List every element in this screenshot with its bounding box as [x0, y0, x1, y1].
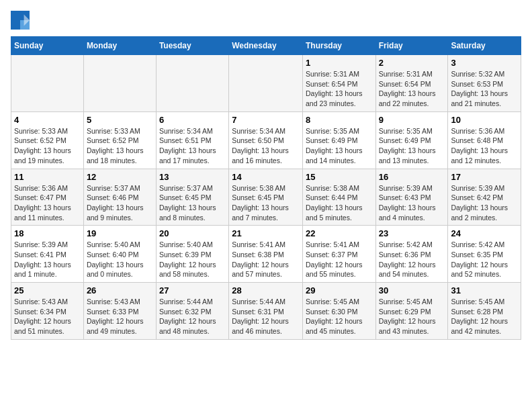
calendar-cell: 26Sunrise: 5:43 AMSunset: 6:33 PMDayligh… [83, 283, 156, 340]
day-number: 26 [87, 285, 153, 295]
page-header [11, 11, 521, 30]
day-number: 30 [379, 285, 445, 295]
calendar-cell: 8Sunrise: 5:35 AMSunset: 6:49 PMDaylight… [302, 111, 375, 169]
day-info: Sunrise: 5:33 AMSunset: 6:52 PMDaylight:… [14, 126, 81, 166]
day-info: Sunrise: 5:34 AMSunset: 6:51 PMDaylight:… [159, 126, 226, 166]
day-number: 20 [159, 228, 226, 238]
calendar-cell [156, 55, 228, 112]
day-info: Sunrise: 5:39 AMSunset: 6:42 PMDaylight:… [451, 183, 518, 223]
day-number: 4 [14, 115, 81, 125]
day-number: 15 [306, 172, 373, 182]
day-info: Sunrise: 5:37 AMSunset: 6:46 PMDaylight:… [87, 183, 153, 223]
calendar-cell [11, 55, 84, 112]
day-number: 5 [87, 115, 153, 125]
calendar-cell [83, 55, 156, 112]
day-info: Sunrise: 5:43 AMSunset: 6:33 PMDaylight:… [87, 297, 153, 336]
calendar-cell: 24Sunrise: 5:42 AMSunset: 6:35 PMDayligh… [448, 226, 521, 283]
day-info: Sunrise: 5:45 AMSunset: 6:28 PMDaylight:… [451, 297, 518, 336]
day-header-wednesday: Wednesday [229, 37, 303, 55]
day-info: Sunrise: 5:31 AMSunset: 6:54 PMDaylight:… [379, 69, 445, 109]
day-info: Sunrise: 5:43 AMSunset: 6:34 PMDaylight:… [14, 297, 81, 336]
calendar-cell: 4Sunrise: 5:33 AMSunset: 6:52 PMDaylight… [11, 111, 84, 169]
day-info: Sunrise: 5:35 AMSunset: 6:49 PMDaylight:… [306, 126, 373, 166]
day-info: Sunrise: 5:33 AMSunset: 6:52 PMDaylight:… [87, 126, 153, 166]
day-header-friday: Friday [375, 37, 448, 55]
calendar-cell: 10Sunrise: 5:36 AMSunset: 6:48 PMDayligh… [448, 111, 521, 169]
day-number: 22 [306, 228, 373, 238]
day-info: Sunrise: 5:31 AMSunset: 6:54 PMDaylight:… [306, 69, 373, 109]
calendar-cell: 14Sunrise: 5:38 AMSunset: 6:45 PMDayligh… [229, 169, 303, 226]
day-info: Sunrise: 5:38 AMSunset: 6:45 PMDaylight:… [232, 183, 300, 223]
day-number: 17 [451, 172, 518, 182]
calendar-cell: 22Sunrise: 5:41 AMSunset: 6:37 PMDayligh… [302, 226, 375, 283]
day-number: 27 [159, 285, 226, 295]
day-info: Sunrise: 5:39 AMSunset: 6:43 PMDaylight:… [379, 183, 445, 223]
calendar-cell: 20Sunrise: 5:40 AMSunset: 6:39 PMDayligh… [156, 226, 228, 283]
calendar-cell: 5Sunrise: 5:33 AMSunset: 6:52 PMDaylight… [83, 111, 156, 169]
day-info: Sunrise: 5:41 AMSunset: 6:38 PMDaylight:… [232, 240, 300, 279]
week-row-4: 18Sunrise: 5:39 AMSunset: 6:41 PMDayligh… [11, 226, 521, 283]
day-number: 13 [159, 172, 226, 182]
calendar-cell: 2Sunrise: 5:31 AMSunset: 6:54 PMDaylight… [375, 55, 448, 112]
day-header-monday: Monday [83, 37, 156, 55]
day-number: 8 [306, 115, 373, 125]
week-row-1: 1Sunrise: 5:31 AMSunset: 6:54 PMDaylight… [11, 55, 521, 112]
day-info: Sunrise: 5:45 AMSunset: 6:30 PMDaylight:… [306, 297, 373, 336]
calendar-cell: 28Sunrise: 5:44 AMSunset: 6:31 PMDayligh… [229, 283, 303, 340]
day-info: Sunrise: 5:44 AMSunset: 6:31 PMDaylight:… [232, 297, 300, 336]
calendar-cell: 15Sunrise: 5:38 AMSunset: 6:44 PMDayligh… [302, 169, 375, 226]
calendar-cell: 7Sunrise: 5:34 AMSunset: 6:50 PMDaylight… [229, 111, 303, 169]
calendar-cell: 21Sunrise: 5:41 AMSunset: 6:38 PMDayligh… [229, 226, 303, 283]
day-number: 1 [306, 58, 373, 68]
calendar-cell: 29Sunrise: 5:45 AMSunset: 6:30 PMDayligh… [302, 283, 375, 340]
day-info: Sunrise: 5:32 AMSunset: 6:53 PMDaylight:… [451, 69, 518, 109]
svg-rect-0 [11, 11, 20, 20]
day-number: 9 [379, 115, 445, 125]
day-info: Sunrise: 5:40 AMSunset: 6:39 PMDaylight:… [159, 240, 226, 279]
day-header-sunday: Sunday [11, 37, 84, 55]
day-number: 24 [451, 228, 518, 238]
logo [11, 11, 32, 30]
day-number: 18 [14, 228, 81, 238]
calendar-cell: 1Sunrise: 5:31 AMSunset: 6:54 PMDaylight… [302, 55, 375, 112]
calendar-cell: 27Sunrise: 5:44 AMSunset: 6:32 PMDayligh… [156, 283, 228, 340]
day-info: Sunrise: 5:34 AMSunset: 6:50 PMDaylight:… [232, 126, 300, 166]
day-number: 31 [451, 285, 518, 295]
day-header-tuesday: Tuesday [156, 37, 228, 55]
day-number: 11 [14, 172, 81, 182]
day-info: Sunrise: 5:42 AMSunset: 6:36 PMDaylight:… [379, 240, 445, 279]
day-number: 10 [451, 115, 518, 125]
calendar-cell: 31Sunrise: 5:45 AMSunset: 6:28 PMDayligh… [448, 283, 521, 340]
calendar-cell: 18Sunrise: 5:39 AMSunset: 6:41 PMDayligh… [11, 226, 84, 283]
calendar-cell: 19Sunrise: 5:40 AMSunset: 6:40 PMDayligh… [83, 226, 156, 283]
calendar-cell [229, 55, 303, 112]
calendar-cell: 23Sunrise: 5:42 AMSunset: 6:36 PMDayligh… [375, 226, 448, 283]
svg-rect-2 [11, 20, 20, 30]
day-info: Sunrise: 5:35 AMSunset: 6:49 PMDaylight:… [379, 126, 445, 166]
calendar-cell: 13Sunrise: 5:37 AMSunset: 6:45 PMDayligh… [156, 169, 228, 226]
day-number: 6 [159, 115, 226, 125]
day-number: 12 [87, 172, 153, 182]
day-info: Sunrise: 5:45 AMSunset: 6:29 PMDaylight:… [379, 297, 445, 336]
day-info: Sunrise: 5:36 AMSunset: 6:48 PMDaylight:… [451, 126, 518, 166]
calendar-cell: 16Sunrise: 5:39 AMSunset: 6:43 PMDayligh… [375, 169, 448, 226]
day-number: 16 [379, 172, 445, 182]
calendar-cell: 11Sunrise: 5:36 AMSunset: 6:47 PMDayligh… [11, 169, 84, 226]
day-number: 7 [232, 115, 300, 125]
week-row-3: 11Sunrise: 5:36 AMSunset: 6:47 PMDayligh… [11, 169, 521, 226]
day-number: 21 [232, 228, 300, 238]
day-info: Sunrise: 5:39 AMSunset: 6:41 PMDaylight:… [14, 240, 81, 279]
calendar-cell: 30Sunrise: 5:45 AMSunset: 6:29 PMDayligh… [375, 283, 448, 340]
week-row-2: 4Sunrise: 5:33 AMSunset: 6:52 PMDaylight… [11, 111, 521, 169]
calendar-cell: 9Sunrise: 5:35 AMSunset: 6:49 PMDaylight… [375, 111, 448, 169]
calendar-cell: 25Sunrise: 5:43 AMSunset: 6:34 PMDayligh… [11, 283, 84, 340]
calendar-cell: 3Sunrise: 5:32 AMSunset: 6:53 PMDaylight… [448, 55, 521, 112]
calendar-cell: 12Sunrise: 5:37 AMSunset: 6:46 PMDayligh… [83, 169, 156, 226]
day-number: 28 [232, 285, 300, 295]
day-info: Sunrise: 5:38 AMSunset: 6:44 PMDaylight:… [306, 183, 373, 223]
week-row-5: 25Sunrise: 5:43 AMSunset: 6:34 PMDayligh… [11, 283, 521, 340]
calendar-table: SundayMondayTuesdayWednesdayThursdayFrid… [11, 36, 521, 340]
calendar-cell: 6Sunrise: 5:34 AMSunset: 6:51 PMDaylight… [156, 111, 228, 169]
day-info: Sunrise: 5:40 AMSunset: 6:40 PMDaylight:… [87, 240, 153, 279]
day-number: 29 [306, 285, 373, 295]
